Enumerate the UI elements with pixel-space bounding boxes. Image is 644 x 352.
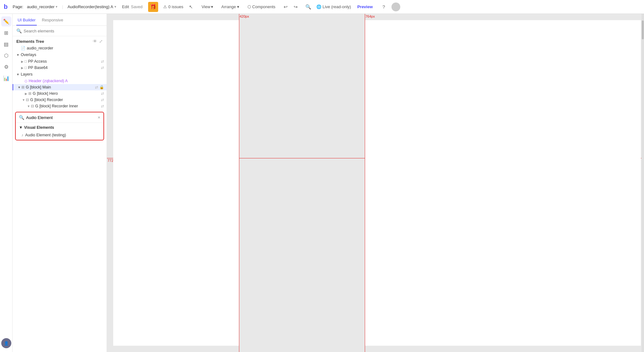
arrange-label: Arrange bbox=[221, 4, 236, 9]
node-actions: ⇄ bbox=[101, 104, 107, 108]
help-button[interactable]: ? bbox=[379, 2, 388, 12]
tab-ui-builder[interactable]: UI Builder bbox=[16, 15, 37, 26]
tree-node-pp-base64[interactable]: ▶ □ PP Base64 ⇄ bbox=[13, 65, 107, 71]
preview-button[interactable]: Preview bbox=[354, 3, 376, 10]
logo: b bbox=[4, 3, 8, 10]
search-result-input[interactable] bbox=[26, 115, 96, 120]
redo-button[interactable]: ↪ bbox=[291, 2, 301, 12]
live-label: Live (read-only) bbox=[323, 4, 351, 9]
tree-node-g-main[interactable]: ▼ ⊞ G [block] Main ⇄ 🔒 bbox=[13, 84, 107, 90]
search-icon: 🔍 bbox=[16, 28, 22, 33]
view-label: View bbox=[202, 4, 210, 9]
search-input[interactable] bbox=[24, 29, 103, 33]
branch-name: AudioRecorder(testing) A bbox=[68, 4, 113, 9]
undo-button[interactable]: ↩ bbox=[281, 2, 291, 12]
tree-header: Elements Tree 👁 ⤢ bbox=[13, 36, 107, 45]
saved-label: Saved bbox=[131, 4, 142, 9]
sidebar-item-avatar[interactable]: 👤 bbox=[1, 338, 11, 348]
arrange-chevron-icon: ▾ bbox=[237, 4, 239, 9]
branch-chevron-icon: ▾ bbox=[114, 5, 116, 9]
search-result-panel: 🔍 × ▼ Visual Elements ♪ Audio Element (t… bbox=[15, 112, 104, 140]
node-label: G [block] Recorder bbox=[30, 98, 101, 102]
overlays-group[interactable]: ▼ Overlays bbox=[13, 51, 107, 58]
tree-node-root[interactable]: 📄 audio_recorder bbox=[13, 45, 107, 51]
arrange-menu-button[interactable]: Arrange ▾ bbox=[219, 3, 242, 10]
search-result-audio-element[interactable]: ♪ Audio Element (testing) bbox=[19, 132, 100, 139]
tree-node-g-recorder[interactable]: ▼ ⊟ G [block] Recorder ⇄ bbox=[13, 97, 107, 103]
tab-responsive[interactable]: Responsive bbox=[41, 15, 64, 26]
elements-tree: Elements Tree 👁 ⤢ 📄 audio_recorder ▼ Ove… bbox=[13, 36, 107, 352]
page-chevron-icon: ▾ bbox=[56, 5, 58, 9]
close-icon[interactable]: × bbox=[98, 115, 100, 120]
node-label: G [block] Hero bbox=[33, 91, 101, 96]
sync-icon: ⇄ bbox=[101, 91, 104, 96]
page-label: Page: bbox=[13, 4, 23, 9]
tree-node-g-hero[interactable]: ▶ ⊞ G [block] Hero ⇄ bbox=[13, 90, 107, 97]
chevron-icon: ▶ bbox=[20, 60, 25, 63]
layers-label: Layers bbox=[21, 72, 33, 77]
view-menu-button[interactable]: View ▾ bbox=[199, 3, 216, 10]
chevron-down-icon: ▼ bbox=[17, 86, 21, 89]
sync-icon: ⇄ bbox=[101, 98, 104, 102]
file-icon: 📄 bbox=[21, 46, 25, 50]
grid-icon: ⊞ bbox=[21, 85, 25, 89]
tree-node-pp-access[interactable]: ▶ □ PP Access ⇄ bbox=[13, 58, 107, 65]
page-selector[interactable]: Page: audio_recorder ▾ bbox=[13, 4, 58, 9]
node-label: audio_recorder bbox=[27, 46, 107, 50]
node-label: PP Access bbox=[28, 59, 101, 64]
chevron-down-icon: ▼ bbox=[16, 53, 19, 57]
expand-icon[interactable]: ⤢ bbox=[99, 39, 103, 44]
layers-group[interactable]: ▼ Layers bbox=[13, 71, 107, 78]
grid-icon: ⊞ bbox=[28, 91, 31, 96]
node-actions: ⇄ bbox=[101, 59, 107, 64]
sidebar-item-database[interactable]: ▤ bbox=[1, 39, 11, 49]
lock-icon: 🔒 bbox=[99, 85, 104, 89]
sync-icon: ⇄ bbox=[95, 85, 98, 89]
tree-node-header[interactable]: ◇ Header (zqbackend) A bbox=[13, 78, 107, 84]
section-title: Visual Elements bbox=[24, 125, 54, 130]
rows-icon: ⊟ bbox=[31, 104, 34, 108]
edit-label: Edit bbox=[122, 4, 129, 9]
chevron-down-icon: ▼ bbox=[19, 125, 23, 130]
avatar[interactable] bbox=[391, 3, 400, 11]
undo-redo-group: ↩ ↪ bbox=[281, 2, 301, 12]
search-result-section: ▼ Visual Elements ♪ Audio Element (testi… bbox=[16, 123, 103, 140]
sidebar-item-components[interactable]: ⬡ bbox=[1, 50, 11, 60]
music-note-icon: ♪ bbox=[21, 133, 23, 137]
node-label: Header (zqbackend) A bbox=[29, 79, 107, 83]
components-icon: ⬡ bbox=[247, 4, 251, 9]
canvas-right-panel bbox=[365, 20, 641, 346]
node-actions: ⇄ bbox=[101, 65, 107, 70]
issues-label: 0 issues bbox=[168, 4, 183, 9]
component-icon: ◇ bbox=[25, 79, 27, 83]
components-button[interactable]: ⬡ Components bbox=[245, 3, 278, 10]
guideline-764-label: 764px bbox=[365, 14, 375, 18]
tree-node-g-recorder-inner[interactable]: ▼ ⊟ G [block] Recorder Inner ⇄ bbox=[13, 103, 107, 109]
tree-header-actions: 👁 ⤢ bbox=[93, 39, 103, 44]
node-actions: ⇄ 🔒 bbox=[95, 85, 107, 89]
container-icon: □ bbox=[25, 65, 27, 70]
chevron-down-icon: ▼ bbox=[16, 73, 19, 76]
gift-button[interactable]: 🎁 bbox=[148, 2, 158, 12]
globe-icon: 🌐 bbox=[316, 4, 321, 9]
scrollbar-vertical[interactable] bbox=[641, 14, 644, 352]
branch-selector[interactable]: AudioRecorder(testing) A ▾ bbox=[68, 4, 116, 9]
search-bar: 🔍 bbox=[13, 26, 107, 36]
node-label: PP Base64 bbox=[28, 65, 101, 70]
edit-saved-status: Edit Saved bbox=[122, 4, 142, 9]
sync-icon: ⇄ bbox=[101, 59, 104, 64]
issues-indicator[interactable]: ⚠ 0 issues bbox=[163, 4, 183, 9]
sidebar-item-ui-builder[interactable]: ✏️ bbox=[1, 16, 11, 26]
panel: UI Builder Responsive 🔍 Elements Tree 👁 … bbox=[13, 14, 107, 352]
chevron-icon: ▶ bbox=[20, 66, 25, 70]
sidebar-item-layers[interactable]: ⊞ bbox=[1, 28, 11, 38]
cursor-tool-button[interactable]: ↖ bbox=[186, 2, 196, 12]
sidebar-item-settings[interactable]: ⚙ bbox=[1, 62, 11, 72]
sidebar-item-analytics[interactable]: 📊 bbox=[1, 73, 11, 83]
search-button[interactable]: 🔍 bbox=[304, 2, 313, 12]
node-actions: ⇄ bbox=[101, 91, 107, 96]
node-actions: ⇄ bbox=[101, 98, 107, 102]
visual-elements-header[interactable]: ▼ Visual Elements bbox=[19, 125, 100, 130]
eye-icon[interactable]: 👁 bbox=[93, 39, 97, 44]
guideline-420-label: 420px bbox=[240, 14, 249, 18]
